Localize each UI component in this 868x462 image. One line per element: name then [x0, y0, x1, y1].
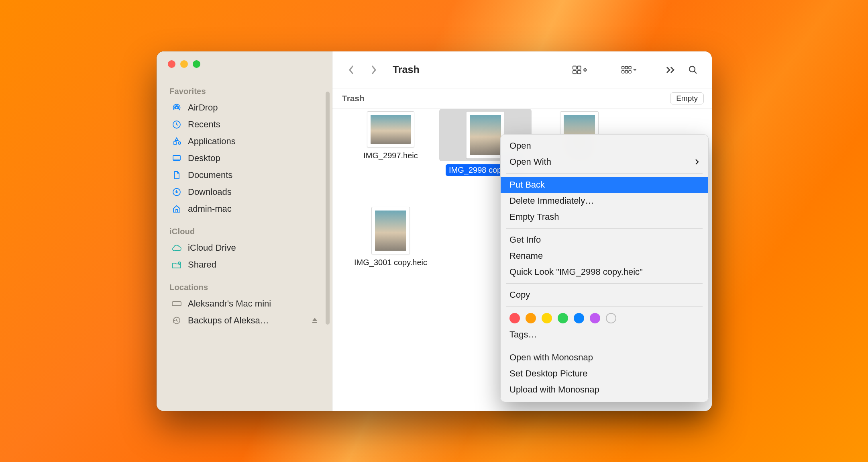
svg-point-16 [689, 66, 695, 72]
sidebar-item-label: iCloud Drive [188, 243, 236, 253]
menu-item-open[interactable]: Open [501, 138, 708, 154]
tag-red[interactable] [509, 313, 520, 323]
cloud-icon [171, 242, 182, 253]
svg-rect-13 [622, 70, 624, 73]
svg-rect-14 [625, 70, 628, 73]
location-bar: Trash Empty [332, 88, 712, 109]
doc-icon [171, 170, 182, 181]
group-button[interactable] [621, 62, 636, 78]
toolbar: Trash [332, 51, 712, 88]
menu-item-tags[interactable]: Tags… [501, 327, 708, 343]
sidebar-item-label: Downloads [188, 187, 232, 197]
menu-item-empty-trash[interactable]: Empty Trash [501, 209, 708, 225]
svg-rect-12 [629, 66, 631, 69]
desktop-icon [171, 153, 182, 164]
eject-icon[interactable] [311, 317, 318, 324]
sidebar: Favorites AirDrop Recents Applications D… [157, 51, 332, 411]
menu-item-set-desktop[interactable]: Set Desktop Picture [501, 366, 708, 382]
sidebar-item-label: Aleksandr's Mac mini [188, 298, 271, 309]
sidebar-heading-favorites: Favorites [169, 87, 332, 96]
file-thumbnail [367, 111, 414, 147]
menu-item-quick-look[interactable]: Quick Look "IMG_2998 copy.heic" [501, 264, 708, 280]
sidebar-item-label: admin-mac [188, 204, 232, 214]
file-thumbnail [466, 111, 505, 159]
machine-icon [171, 298, 182, 309]
svg-rect-5 [172, 302, 181, 306]
tag-none[interactable] [606, 313, 616, 323]
sidebar-item-applications[interactable]: Applications [169, 133, 332, 150]
svg-rect-8 [573, 70, 577, 74]
sidebar-item-icloud-drive[interactable]: iCloud Drive [169, 239, 332, 256]
window-title: Trash [393, 64, 420, 76]
window-controls [168, 60, 200, 68]
timemachine-icon [171, 315, 182, 326]
tag-blue[interactable] [574, 313, 584, 323]
file-thumbnail [371, 207, 410, 254]
sidebar-item-label: Documents [188, 170, 232, 180]
menu-item-upload-monosnap[interactable]: Upload with Monosnap [501, 382, 708, 398]
finder-window: Favorites AirDrop Recents Applications D… [157, 51, 712, 411]
sidebar-item-desktop[interactable]: Desktop [169, 150, 332, 167]
minimize-button[interactable] [180, 60, 188, 68]
svg-point-0 [175, 106, 178, 109]
context-menu: Open Open With Put Back Delete Immediate… [500, 134, 709, 402]
svg-rect-10 [622, 66, 624, 69]
clock-icon [171, 119, 182, 130]
menu-item-copy[interactable]: Copy [501, 287, 708, 303]
file-item[interactable]: IMG_3001 copy.heic [344, 207, 437, 268]
menu-item-delete-immediately[interactable]: Delete Immediately… [501, 193, 708, 209]
svg-rect-7 [577, 66, 581, 69]
search-button[interactable] [685, 62, 701, 78]
menu-item-open-monosnap[interactable]: Open with Monosnap [501, 350, 708, 366]
maximize-button[interactable] [193, 60, 200, 68]
svg-rect-15 [629, 70, 631, 73]
svg-rect-9 [577, 70, 581, 74]
shared-folder-icon [171, 259, 182, 270]
location-label: Trash [342, 94, 365, 103]
sidebar-item-home[interactable]: admin-mac [169, 200, 332, 217]
sidebar-item-shared[interactable]: Shared [169, 256, 332, 273]
empty-trash-button[interactable]: Empty [670, 92, 704, 104]
close-button[interactable] [168, 60, 175, 68]
sidebar-heading-icloud: iCloud [169, 227, 332, 236]
sidebar-item-downloads[interactable]: Downloads [169, 184, 332, 200]
sidebar-item-recents[interactable]: Recents [169, 116, 332, 133]
sidebar-item-backups[interactable]: Backups of Aleksa… [169, 312, 332, 329]
menu-item-rename[interactable]: Rename [501, 248, 708, 264]
svg-rect-11 [625, 66, 628, 69]
menu-separator [506, 228, 703, 229]
tag-green[interactable] [558, 313, 568, 323]
download-icon [171, 186, 182, 198]
menu-item-put-back[interactable]: Put Back [501, 177, 708, 193]
tag-yellow[interactable] [542, 313, 552, 323]
sidebar-item-label: AirDrop [188, 102, 218, 113]
sidebar-scrollbar[interactable] [326, 92, 330, 325]
sidebar-item-label: Shared [188, 260, 216, 270]
menu-item-get-info[interactable]: Get Info [501, 232, 708, 248]
apps-icon [171, 136, 182, 147]
sidebar-item-label: Desktop [188, 153, 220, 164]
chevron-right-icon [695, 159, 699, 165]
menu-separator [506, 173, 703, 174]
sidebar-item-mac-mini[interactable]: Aleksandr's Mac mini [169, 295, 332, 312]
tag-purple[interactable] [590, 313, 600, 323]
sidebar-item-label: Applications [188, 136, 236, 147]
sidebar-heading-locations: Locations [169, 283, 332, 292]
svg-rect-2 [173, 155, 180, 160]
svg-rect-6 [573, 66, 577, 69]
sidebar-item-airdrop[interactable]: AirDrop [169, 99, 332, 116]
nav-forward-button[interactable] [366, 62, 381, 78]
sidebar-item-documents[interactable]: Documents [169, 167, 332, 184]
toolbar-overflow-button[interactable] [663, 62, 678, 78]
menu-item-open-with[interactable]: Open With [501, 154, 708, 170]
file-name: IMG_2997.heic [344, 151, 437, 161]
view-mode-button[interactable] [572, 62, 587, 78]
menu-tag-colors [501, 310, 708, 327]
file-item[interactable]: IMG_2997.heic [344, 111, 437, 161]
home-icon [171, 203, 182, 215]
file-name: IMG_3001 copy.heic [344, 258, 437, 268]
airdrop-icon [171, 102, 182, 113]
menu-separator [506, 283, 703, 284]
nav-back-button[interactable] [344, 62, 359, 78]
tag-orange[interactable] [526, 313, 536, 323]
